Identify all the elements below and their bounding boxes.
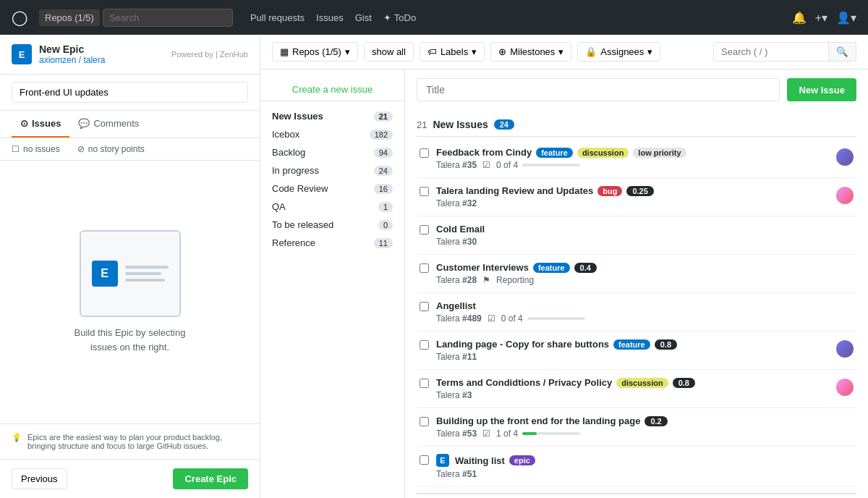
issue-content: Building up the front end for the landin…	[436, 415, 854, 439]
repo-name[interactable]: talera	[83, 55, 105, 65]
pull-requests-link[interactable]: Pull requests	[250, 12, 305, 23]
issue-title[interactable]: Talera landing Review and Updates	[436, 185, 593, 196]
sidebar-item-new-issues[interactable]: New Issues 21	[260, 107, 404, 125]
label-feature[interactable]: feature	[613, 339, 650, 350]
right-panel: ▦ Repos (1/5) ▾ show all 🏷 Labels ▾ ⊕ Mi…	[260, 35, 868, 498]
todo-link[interactable]: ✦ ToDo	[383, 12, 416, 23]
global-search-input[interactable]	[103, 9, 233, 27]
issue-checkbox[interactable]	[420, 455, 429, 465]
issue-title[interactable]: Landing page - Copy for share buttons	[436, 339, 609, 350]
table-row: Cold Email Talera #30	[417, 216, 856, 255]
sidebar-item-qa[interactable]: QA 1	[260, 198, 404, 216]
label-epic[interactable]: epic	[509, 455, 535, 465]
repos-filter-btn[interactable]: ▦ Repos (1/5) ▾	[272, 42, 358, 62]
tab-comments[interactable]: 💬 Comments	[69, 111, 148, 138]
progress-bar-container: 0 of 4	[501, 313, 585, 324]
content-area: Create a new issue New Issues 21 Icebox …	[260, 69, 868, 498]
sidebar-item-reference[interactable]: Reference 11	[260, 234, 404, 252]
progress-bar-fill	[522, 432, 537, 435]
issue-title-row: Customer Interviews feature 0.4	[436, 262, 854, 273]
ill-line-1	[125, 266, 169, 269]
issue-checkbox[interactable]	[420, 340, 429, 350]
issue-title[interactable]: Feedback from Cindy	[436, 147, 532, 158]
gist-link[interactable]: Gist	[355, 12, 372, 23]
sidebar-item-to-be-released[interactable]: To be released 0	[260, 216, 404, 234]
new-issue-button[interactable]: New Issue	[787, 78, 856, 101]
notification-icon[interactable]: 🔔	[792, 11, 807, 25]
lightbulb-icon: 💡	[12, 433, 22, 442]
create-epic-button[interactable]: Create Epic	[173, 468, 248, 489]
sidebar-item-backlog[interactable]: Backlog 94	[260, 143, 404, 161]
issue-title[interactable]: Waiting list	[455, 455, 505, 466]
github-logo-icon[interactable]: ◯	[12, 9, 27, 26]
issue-title[interactable]: Terms and Condidtions / Privacy Policy	[436, 377, 612, 388]
label-discussion[interactable]: discussion	[616, 378, 668, 388]
epic-illustration: E	[80, 230, 181, 317]
repo-prefix[interactable]: axiomzen	[39, 55, 76, 65]
stat-issues: ☐ no issues	[12, 144, 60, 154]
issue-title[interactable]: Cold Email	[436, 224, 485, 235]
issue-checkbox[interactable]	[420, 148, 429, 158]
issue-checkbox[interactable]	[420, 417, 429, 426]
issue-meta: Talera #53 ☑ 1 of 4	[436, 429, 854, 439]
issue-checkbox[interactable]	[420, 225, 429, 235]
avatar	[836, 379, 854, 396]
milestones-filter-btn[interactable]: ⊕ Milestones ▾	[490, 42, 571, 62]
issue-title[interactable]: Angellist	[436, 300, 476, 311]
sidebar-item-code-review[interactable]: Code Review 16	[260, 180, 404, 198]
issue-title-row: Cold Email	[436, 224, 854, 235]
issue-content: Terms and Condidtions / Privacy Policy d…	[436, 377, 829, 400]
label-feature[interactable]: feature	[533, 263, 570, 273]
issue-title-row: Feedback from Cindy feature discussion l…	[436, 147, 829, 158]
issue-title-row: Talera landing Review and Updates bug 0.…	[436, 185, 829, 196]
issue-meta: Talera #51	[436, 469, 854, 479]
issue-repo: Talera #32	[436, 198, 477, 208]
epic-title-input[interactable]	[12, 82, 248, 103]
new-issue-title-input[interactable]	[417, 78, 780, 101]
issue-title[interactable]: Building up the front end for the landin…	[436, 415, 640, 426]
search-icon: 🔍	[836, 46, 848, 57]
label-bug[interactable]: bug	[597, 186, 622, 196]
milestone-label: Reporting	[496, 275, 534, 285]
stat-points: ⊘ no story points	[77, 144, 145, 154]
epic-title-block: New Epic axiomzen / talera	[39, 43, 105, 65]
sidebar-item-icebox[interactable]: Icebox 182	[260, 125, 404, 143]
epic-canvas: E Build this Epic by selectingissues on …	[0, 161, 260, 423]
previous-button[interactable]: Previous	[12, 468, 67, 489]
label-low-priority[interactable]: low priority	[633, 148, 686, 158]
show-all-btn[interactable]: show all	[364, 42, 414, 62]
progress-bar-bg	[522, 164, 580, 166]
board-icon: ▦	[280, 46, 289, 57]
issue-checkbox[interactable]	[420, 302, 429, 311]
issue-checkbox[interactable]	[420, 187, 429, 196]
sidebar-item-in-progress[interactable]: In progress 24	[260, 161, 404, 180]
ill-epic-box: E	[92, 261, 118, 287]
issue-checkbox[interactable]	[420, 263, 429, 273]
issue-content: Cold Email Talera #30	[436, 224, 854, 247]
label-discussion[interactable]: discussion	[577, 148, 629, 158]
score-badge: 0.25	[626, 186, 653, 196]
plus-icon[interactable]: +▾	[815, 11, 827, 25]
icebox-section-header[interactable]: 182 Icebox 152	[417, 493, 856, 498]
issues-search-input[interactable]	[713, 42, 829, 62]
progress-bar-bg	[527, 317, 585, 320]
labels-filter-btn[interactable]: 🏷 Labels ▾	[420, 42, 485, 62]
tab-issues[interactable]: ⊙ Issues	[12, 111, 69, 138]
milestone-icon: ⊕	[498, 46, 506, 57]
epic-repo: axiomzen / talera	[39, 55, 105, 65]
milestones-chevron-icon: ▾	[558, 46, 563, 57]
issues-link[interactable]: Issues	[316, 12, 344, 23]
issue-repo: Talera #489	[436, 313, 482, 324]
assignees-filter-btn[interactable]: 🔒 Assignees ▾	[577, 42, 660, 62]
filter-bar: ▦ Repos (1/5) ▾ show all 🏷 Labels ▾ ⊕ Mi…	[260, 35, 868, 69]
issue-checkbox[interactable]	[420, 379, 429, 388]
ill-line-2	[125, 272, 161, 275]
user-avatar-icon[interactable]: 👤▾	[836, 11, 856, 25]
create-issue-link[interactable]: Create a new issue	[260, 78, 404, 101]
score-badge: 0.2	[644, 416, 667, 426]
issue-title[interactable]: Customer Interviews	[436, 262, 529, 273]
checklist-icon: ☑	[482, 429, 490, 439]
search-submit-button[interactable]: 🔍	[829, 42, 856, 62]
label-feature[interactable]: feature	[536, 148, 573, 158]
issue-repo: Talera #51	[436, 469, 477, 479]
